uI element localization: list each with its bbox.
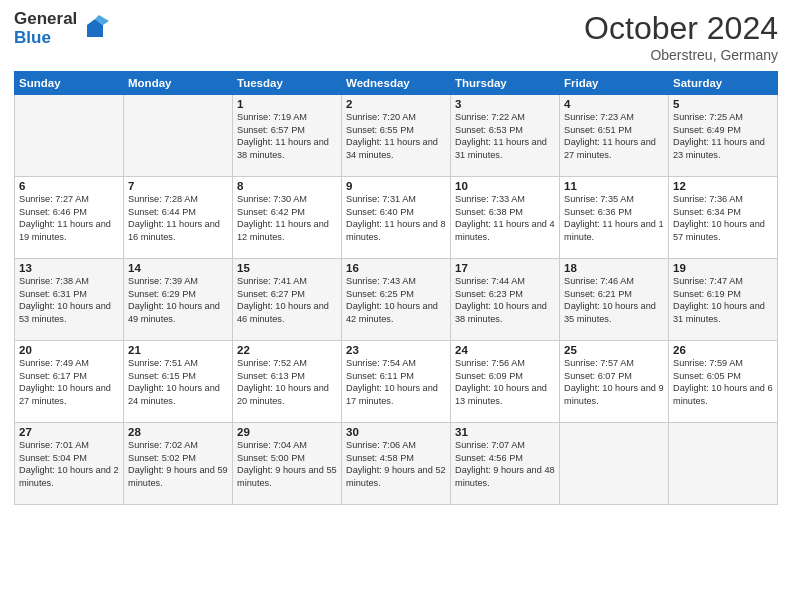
table-row: 11Sunrise: 7:35 AM Sunset: 6:36 PM Dayli… (560, 177, 669, 259)
header-thursday: Thursday (451, 72, 560, 95)
calendar-week-row: 6Sunrise: 7:27 AM Sunset: 6:46 PM Daylig… (15, 177, 778, 259)
day-info: Sunrise: 7:44 AM Sunset: 6:23 PM Dayligh… (455, 275, 555, 326)
day-info: Sunrise: 7:35 AM Sunset: 6:36 PM Dayligh… (564, 193, 664, 244)
day-number: 20 (19, 344, 119, 356)
table-row (15, 95, 124, 177)
day-number: 17 (455, 262, 555, 274)
day-number: 21 (128, 344, 228, 356)
calendar-table: Sunday Monday Tuesday Wednesday Thursday… (14, 71, 778, 505)
logo-icon (81, 15, 109, 43)
table-row: 25Sunrise: 7:57 AM Sunset: 6:07 PM Dayli… (560, 341, 669, 423)
day-info: Sunrise: 7:33 AM Sunset: 6:38 PM Dayligh… (455, 193, 555, 244)
table-row: 30Sunrise: 7:06 AM Sunset: 4:58 PM Dayli… (342, 423, 451, 505)
table-row: 16Sunrise: 7:43 AM Sunset: 6:25 PM Dayli… (342, 259, 451, 341)
header-monday: Monday (124, 72, 233, 95)
calendar-week-row: 1Sunrise: 7:19 AM Sunset: 6:57 PM Daylig… (15, 95, 778, 177)
table-row: 28Sunrise: 7:02 AM Sunset: 5:02 PM Dayli… (124, 423, 233, 505)
day-info: Sunrise: 7:28 AM Sunset: 6:44 PM Dayligh… (128, 193, 228, 244)
day-info: Sunrise: 7:54 AM Sunset: 6:11 PM Dayligh… (346, 357, 446, 408)
table-row: 10Sunrise: 7:33 AM Sunset: 6:38 PM Dayli… (451, 177, 560, 259)
header-tuesday: Tuesday (233, 72, 342, 95)
month-title: October 2024 (584, 10, 778, 47)
weekday-header-row: Sunday Monday Tuesday Wednesday Thursday… (15, 72, 778, 95)
day-info: Sunrise: 7:02 AM Sunset: 5:02 PM Dayligh… (128, 439, 228, 490)
table-row: 4Sunrise: 7:23 AM Sunset: 6:51 PM Daylig… (560, 95, 669, 177)
logo-blue-text: Blue (14, 29, 77, 48)
table-row (560, 423, 669, 505)
day-number: 10 (455, 180, 555, 192)
day-info: Sunrise: 7:38 AM Sunset: 6:31 PM Dayligh… (19, 275, 119, 326)
day-info: Sunrise: 7:19 AM Sunset: 6:57 PM Dayligh… (237, 111, 337, 162)
day-info: Sunrise: 7:47 AM Sunset: 6:19 PM Dayligh… (673, 275, 773, 326)
day-info: Sunrise: 7:04 AM Sunset: 5:00 PM Dayligh… (237, 439, 337, 490)
day-info: Sunrise: 7:01 AM Sunset: 5:04 PM Dayligh… (19, 439, 119, 490)
location: Oberstreu, Germany (584, 47, 778, 63)
day-info: Sunrise: 7:36 AM Sunset: 6:34 PM Dayligh… (673, 193, 773, 244)
day-number: 12 (673, 180, 773, 192)
day-info: Sunrise: 7:52 AM Sunset: 6:13 PM Dayligh… (237, 357, 337, 408)
day-info: Sunrise: 7:49 AM Sunset: 6:17 PM Dayligh… (19, 357, 119, 408)
day-info: Sunrise: 7:43 AM Sunset: 6:25 PM Dayligh… (346, 275, 446, 326)
day-number: 7 (128, 180, 228, 192)
day-number: 23 (346, 344, 446, 356)
table-row: 12Sunrise: 7:36 AM Sunset: 6:34 PM Dayli… (669, 177, 778, 259)
table-row: 18Sunrise: 7:46 AM Sunset: 6:21 PM Dayli… (560, 259, 669, 341)
day-info: Sunrise: 7:56 AM Sunset: 6:09 PM Dayligh… (455, 357, 555, 408)
table-row: 7Sunrise: 7:28 AM Sunset: 6:44 PM Daylig… (124, 177, 233, 259)
table-row: 3Sunrise: 7:22 AM Sunset: 6:53 PM Daylig… (451, 95, 560, 177)
day-number: 31 (455, 426, 555, 438)
day-info: Sunrise: 7:23 AM Sunset: 6:51 PM Dayligh… (564, 111, 664, 162)
table-row: 17Sunrise: 7:44 AM Sunset: 6:23 PM Dayli… (451, 259, 560, 341)
day-info: Sunrise: 7:46 AM Sunset: 6:21 PM Dayligh… (564, 275, 664, 326)
day-number: 3 (455, 98, 555, 110)
calendar-week-row: 20Sunrise: 7:49 AM Sunset: 6:17 PM Dayli… (15, 341, 778, 423)
day-number: 27 (19, 426, 119, 438)
table-row: 8Sunrise: 7:30 AM Sunset: 6:42 PM Daylig… (233, 177, 342, 259)
day-info: Sunrise: 7:51 AM Sunset: 6:15 PM Dayligh… (128, 357, 228, 408)
day-number: 11 (564, 180, 664, 192)
day-info: Sunrise: 7:57 AM Sunset: 6:07 PM Dayligh… (564, 357, 664, 408)
table-row: 27Sunrise: 7:01 AM Sunset: 5:04 PM Dayli… (15, 423, 124, 505)
day-number: 4 (564, 98, 664, 110)
day-number: 22 (237, 344, 337, 356)
day-number: 26 (673, 344, 773, 356)
logo-general-text: General (14, 10, 77, 29)
day-number: 14 (128, 262, 228, 274)
table-row: 13Sunrise: 7:38 AM Sunset: 6:31 PM Dayli… (15, 259, 124, 341)
table-row: 9Sunrise: 7:31 AM Sunset: 6:40 PM Daylig… (342, 177, 451, 259)
day-info: Sunrise: 7:25 AM Sunset: 6:49 PM Dayligh… (673, 111, 773, 162)
day-info: Sunrise: 7:06 AM Sunset: 4:58 PM Dayligh… (346, 439, 446, 490)
calendar-week-row: 13Sunrise: 7:38 AM Sunset: 6:31 PM Dayli… (15, 259, 778, 341)
table-row: 15Sunrise: 7:41 AM Sunset: 6:27 PM Dayli… (233, 259, 342, 341)
day-number: 29 (237, 426, 337, 438)
table-row: 1Sunrise: 7:19 AM Sunset: 6:57 PM Daylig… (233, 95, 342, 177)
table-row: 31Sunrise: 7:07 AM Sunset: 4:56 PM Dayli… (451, 423, 560, 505)
day-number: 24 (455, 344, 555, 356)
day-number: 2 (346, 98, 446, 110)
day-info: Sunrise: 7:41 AM Sunset: 6:27 PM Dayligh… (237, 275, 337, 326)
day-info: Sunrise: 7:20 AM Sunset: 6:55 PM Dayligh… (346, 111, 446, 162)
day-number: 25 (564, 344, 664, 356)
header-friday: Friday (560, 72, 669, 95)
table-row: 19Sunrise: 7:47 AM Sunset: 6:19 PM Dayli… (669, 259, 778, 341)
table-row: 29Sunrise: 7:04 AM Sunset: 5:00 PM Dayli… (233, 423, 342, 505)
day-info: Sunrise: 7:31 AM Sunset: 6:40 PM Dayligh… (346, 193, 446, 244)
page-header: General Blue October 2024 Oberstreu, Ger… (14, 10, 778, 63)
day-info: Sunrise: 7:07 AM Sunset: 4:56 PM Dayligh… (455, 439, 555, 490)
day-number: 19 (673, 262, 773, 274)
day-number: 28 (128, 426, 228, 438)
day-info: Sunrise: 7:59 AM Sunset: 6:05 PM Dayligh… (673, 357, 773, 408)
day-number: 8 (237, 180, 337, 192)
title-block: October 2024 Oberstreu, Germany (584, 10, 778, 63)
day-info: Sunrise: 7:30 AM Sunset: 6:42 PM Dayligh… (237, 193, 337, 244)
table-row: 23Sunrise: 7:54 AM Sunset: 6:11 PM Dayli… (342, 341, 451, 423)
day-number: 15 (237, 262, 337, 274)
day-number: 9 (346, 180, 446, 192)
table-row: 22Sunrise: 7:52 AM Sunset: 6:13 PM Dayli… (233, 341, 342, 423)
table-row: 26Sunrise: 7:59 AM Sunset: 6:05 PM Dayli… (669, 341, 778, 423)
day-number: 1 (237, 98, 337, 110)
day-number: 5 (673, 98, 773, 110)
table-row: 6Sunrise: 7:27 AM Sunset: 6:46 PM Daylig… (15, 177, 124, 259)
table-row (124, 95, 233, 177)
table-row: 14Sunrise: 7:39 AM Sunset: 6:29 PM Dayli… (124, 259, 233, 341)
